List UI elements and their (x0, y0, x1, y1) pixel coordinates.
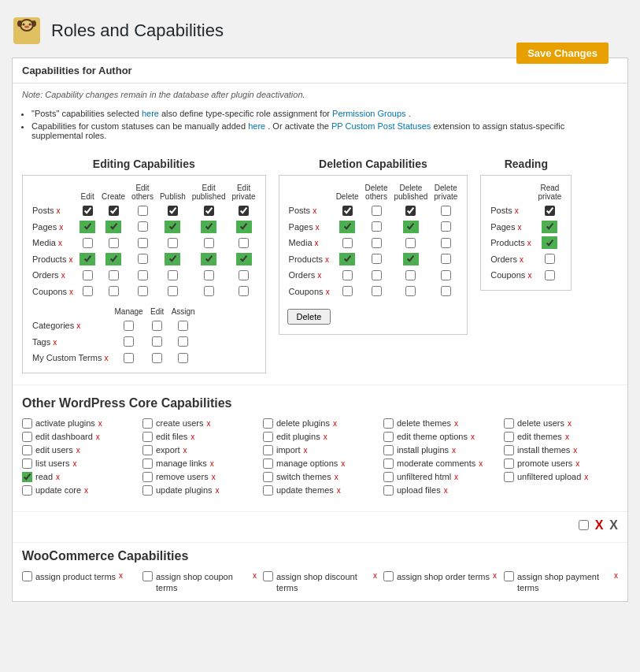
capability-checkbox[interactable] (372, 254, 382, 264)
capability-checkbox[interactable] (263, 432, 273, 442)
remove-link[interactable]: x (61, 271, 65, 280)
capability-checkbox[interactable] (142, 445, 153, 455)
capability-checkbox[interactable] (204, 206, 214, 216)
capability-checkbox[interactable] (545, 221, 555, 232)
capability-checkbox[interactable] (372, 221, 382, 232)
capability-checkbox[interactable] (22, 418, 32, 429)
capability-checkbox[interactable] (405, 286, 416, 296)
remove-link[interactable]: x (325, 255, 329, 264)
capability-checkbox[interactable] (124, 321, 134, 331)
delete-button[interactable]: Delete (287, 309, 331, 325)
remove-link[interactable]: x (183, 446, 187, 455)
capability-checkbox[interactable] (83, 206, 93, 216)
capability-checkbox[interactable] (142, 472, 153, 482)
capability-checkbox[interactable] (83, 238, 93, 248)
remove-link[interactable]: x (304, 446, 308, 455)
capability-checkbox[interactable] (441, 206, 451, 216)
remove-link[interactable]: x (454, 419, 458, 428)
remove-link[interactable]: x (335, 473, 338, 481)
remove-link[interactable]: x (253, 571, 257, 580)
capability-checkbox[interactable] (342, 254, 353, 264)
remove-link[interactable]: x (326, 288, 330, 296)
bottom-checkbox[interactable] (579, 520, 589, 530)
capability-checkbox[interactable] (22, 445, 32, 455)
capability-checkbox[interactable] (109, 286, 119, 296)
capability-checkbox[interactable] (405, 238, 416, 248)
capability-checkbox[interactable] (83, 270, 93, 280)
remove-link[interactable]: x (479, 459, 483, 468)
capability-checkbox[interactable] (405, 221, 416, 232)
capability-checkbox[interactable] (152, 321, 162, 331)
remove-link[interactable]: x (98, 419, 102, 428)
capability-checkbox[interactable] (138, 206, 148, 216)
capability-checkbox[interactable] (138, 254, 148, 264)
remove-link[interactable]: x (520, 255, 523, 264)
capability-checkbox[interactable] (383, 432, 394, 442)
remove-link[interactable]: x (84, 486, 88, 495)
remove-link[interactable]: x (57, 206, 61, 215)
capability-checkbox[interactable] (152, 336, 162, 347)
capability-checkbox[interactable] (22, 571, 32, 581)
capability-checkbox[interactable] (168, 270, 178, 280)
capability-checkbox[interactable] (239, 254, 249, 264)
capability-checkbox[interactable] (263, 459, 273, 469)
capability-checkbox[interactable] (138, 238, 148, 248)
capability-checkbox[interactable] (372, 238, 382, 248)
bottom-x-dark[interactable]: X (609, 518, 618, 533)
capability-checkbox[interactable] (142, 432, 153, 442)
capability-checkbox[interactable] (263, 445, 273, 455)
capability-checkbox[interactable] (342, 270, 353, 280)
remove-link[interactable]: x (216, 486, 220, 495)
remove-link[interactable]: x (76, 446, 80, 455)
remove-link[interactable]: x (315, 239, 319, 247)
capability-checkbox[interactable] (372, 270, 382, 280)
capability-checkbox[interactable] (168, 254, 178, 264)
remove-link[interactable]: x (515, 206, 519, 215)
remove-link[interactable]: x (59, 223, 63, 232)
remove-link[interactable]: x (614, 571, 618, 580)
capability-checkbox[interactable] (168, 221, 178, 232)
capability-checkbox[interactable] (138, 286, 148, 296)
capability-checkbox[interactable] (263, 472, 273, 482)
remove-link[interactable]: x (96, 433, 100, 441)
capability-checkbox[interactable] (504, 418, 514, 429)
capability-checkbox[interactable] (239, 206, 249, 216)
remove-link[interactable]: x (104, 354, 108, 362)
remove-link[interactable]: x (584, 473, 588, 481)
remove-link[interactable]: x (493, 571, 497, 580)
capability-checkbox[interactable] (22, 432, 32, 442)
capability-checkbox[interactable] (383, 445, 394, 455)
capability-checkbox[interactable] (178, 336, 188, 347)
capability-checkbox[interactable] (342, 206, 353, 216)
capability-checkbox[interactable] (239, 270, 249, 280)
capability-checkbox[interactable] (263, 485, 273, 496)
remove-link[interactable]: x (341, 459, 345, 468)
remove-link[interactable]: x (337, 486, 341, 495)
capability-checkbox[interactable] (138, 221, 148, 232)
capability-checkbox[interactable] (504, 459, 514, 469)
remove-link[interactable]: x (53, 338, 57, 347)
remove-link[interactable]: x (568, 419, 572, 428)
capability-checkbox[interactable] (204, 254, 214, 264)
capability-checkbox[interactable] (372, 206, 382, 216)
capability-checkbox[interactable] (405, 206, 416, 216)
capability-checkbox[interactable] (109, 254, 119, 264)
capability-checkbox[interactable] (545, 238, 555, 248)
capability-checkbox[interactable] (22, 472, 32, 482)
remove-link[interactable]: x (317, 271, 321, 280)
capability-checkbox[interactable] (383, 485, 394, 496)
remove-link[interactable]: x (119, 571, 123, 580)
capability-checkbox[interactable] (178, 321, 188, 331)
capability-checkbox[interactable] (83, 254, 93, 264)
capability-checkbox[interactable] (504, 472, 514, 482)
capability-checkbox[interactable] (441, 254, 451, 264)
bullet2-link1[interactable]: here (248, 121, 265, 131)
capability-checkbox[interactable] (545, 206, 555, 216)
remove-link[interactable]: x (191, 433, 194, 441)
bullet1-link2[interactable]: Permission Groups (332, 109, 406, 118)
remove-link[interactable]: x (573, 446, 577, 455)
capability-checkbox[interactable] (441, 221, 451, 232)
capability-checkbox[interactable] (405, 270, 416, 280)
capability-checkbox[interactable] (441, 286, 451, 296)
remove-link[interactable]: x (518, 223, 522, 232)
